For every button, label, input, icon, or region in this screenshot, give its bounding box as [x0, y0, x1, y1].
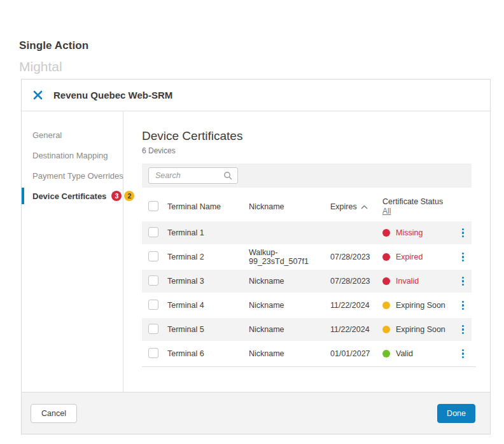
web-srm-dialog: Revenu Quebec Web-SRM General Destinatio… — [21, 79, 491, 434]
status-label: Expired — [396, 253, 423, 261]
kebab-menu-icon[interactable] — [459, 300, 467, 312]
kebab-menu-icon[interactable] — [459, 324, 467, 336]
app-name: Mightal — [19, 59, 504, 74]
nickname-cell: Nickname — [249, 277, 330, 286]
status-cell: Valid — [382, 349, 452, 358]
search-box — [148, 167, 238, 184]
status-label: Expiring Soon — [396, 325, 445, 334]
device-certificates-panel: Device Certificates 6 Devices Terminal N… — [123, 111, 490, 392]
status-cell: Missing — [382, 228, 452, 237]
sidebar-item-device-certificates[interactable]: Device Certificates 3 2 — [22, 186, 123, 206]
expires-cell: 01/01/2027 — [330, 349, 382, 358]
terminal-name-cell: Terminal 5 — [167, 325, 249, 334]
dialog-footer: Cancel Done — [22, 392, 490, 434]
panel-title: Device Certificates — [142, 129, 472, 143]
table-bottom-divider — [142, 366, 476, 367]
status-dot-icon — [382, 229, 390, 237]
expires-cell: 07/28/2023 — [330, 253, 382, 261]
status-cell: Expired — [382, 253, 452, 261]
sidebar-item-destination-mapping[interactable]: Destination Mapping — [22, 145, 123, 165]
sidebar-item-payment-type-overrides[interactable]: Payment Type Overrides — [22, 165, 123, 186]
device-count: 6 Devices — [142, 146, 472, 155]
table-row: Terminal 4 Nickname 11/22/2024 Expiring … — [142, 294, 472, 318]
status-label: Valid — [396, 349, 413, 358]
status-dot-icon — [382, 350, 390, 357]
page: Single Action Mightal Revenu Quebec Web-… — [0, 39, 504, 444]
table-row: Terminal 1 Missing — [142, 221, 472, 246]
table-toolbar — [142, 163, 472, 188]
row-checkbox[interactable] — [148, 300, 158, 310]
error-count-badge: 3 — [111, 191, 122, 201]
table-row: Terminal 3 Nickname 07/28/2023 Invalid — [142, 270, 472, 294]
kebab-menu-icon[interactable] — [459, 348, 467, 360]
status-cell: Invalid — [382, 277, 452, 286]
expires-cell: 07/28/2023 — [330, 277, 382, 286]
selected-indicator — [22, 188, 24, 204]
done-button[interactable]: Done — [437, 404, 475, 423]
nickname-cell: Nickname — [249, 301, 330, 310]
column-header-expires[interactable]: Expires — [330, 202, 382, 211]
dialog-header: Revenu Quebec Web-SRM — [22, 80, 490, 111]
table-row: Terminal 2 Walkup-99_23sTd_507f1 07/28/2… — [142, 246, 472, 270]
status-cell: Expiring Soon — [382, 301, 452, 310]
terminal-name-cell: Terminal 3 — [167, 277, 249, 286]
sidebar-item-general[interactable]: General — [22, 125, 123, 145]
status-dot-icon — [382, 253, 390, 261]
status-filter-all-link[interactable]: All — [382, 207, 391, 216]
row-checkbox[interactable] — [148, 251, 158, 261]
status-dot-icon — [382, 302, 390, 309]
row-checkbox[interactable] — [148, 324, 158, 334]
expires-cell: 11/22/2024 — [330, 325, 382, 334]
sort-ascending-icon — [361, 202, 368, 211]
sidebar-item-label: Destination Mapping — [32, 151, 108, 160]
page-title: Single Action — [19, 39, 504, 52]
terminal-name-cell: Terminal 2 — [167, 253, 249, 261]
nickname-cell: Nickname — [249, 325, 330, 334]
table-row: Terminal 5 Nickname 11/22/2024 Expiring … — [142, 318, 472, 342]
select-all-checkbox[interactable] — [148, 201, 158, 211]
kebab-menu-icon[interactable] — [459, 227, 467, 239]
dialog-title: Revenu Quebec Web-SRM — [53, 90, 172, 101]
close-icon[interactable] — [32, 90, 43, 101]
terminal-name-cell: Terminal 4 — [167, 301, 249, 310]
nickname-cell: Walkup-99_23sTd_507f1 — [249, 248, 330, 266]
column-header-nickname[interactable]: Nickname — [249, 202, 330, 211]
row-checkbox[interactable] — [148, 227, 158, 237]
column-header-certificate-status: Certificate Status — [382, 197, 452, 206]
column-header-terminal-name[interactable]: Terminal Name — [167, 202, 249, 211]
search-icon — [223, 171, 232, 183]
sidebar-item-label: General — [32, 130, 62, 140]
status-label: Missing — [396, 228, 423, 237]
kebab-menu-icon[interactable] — [459, 251, 467, 263]
table-row: Terminal 6 Nickname 01/01/2027 Valid — [142, 342, 472, 366]
expires-cell: 11/22/2024 — [330, 301, 382, 310]
status-label: Invalid — [396, 277, 419, 286]
status-label: Expiring Soon — [396, 301, 445, 310]
cancel-button[interactable]: Cancel — [31, 404, 77, 423]
sidebar-item-label: Payment Type Overrides — [32, 171, 123, 181]
nickname-cell: Nickname — [249, 349, 330, 358]
settings-sidebar: General Destination Mapping Payment Type… — [22, 111, 123, 392]
status-cell: Expiring Soon — [382, 325, 452, 334]
row-checkbox[interactable] — [148, 348, 158, 358]
kebab-menu-icon[interactable] — [459, 275, 467, 288]
table-header-row: Terminal Name Nickname Expires Certifica… — [142, 192, 472, 221]
row-checkbox[interactable] — [148, 275, 158, 286]
status-dot-icon — [382, 326, 390, 333]
terminal-name-cell: Terminal 6 — [167, 349, 249, 358]
terminal-name-cell: Terminal 1 — [167, 228, 249, 237]
sidebar-item-label: Device Certificates — [32, 191, 106, 201]
status-dot-icon — [382, 277, 390, 285]
